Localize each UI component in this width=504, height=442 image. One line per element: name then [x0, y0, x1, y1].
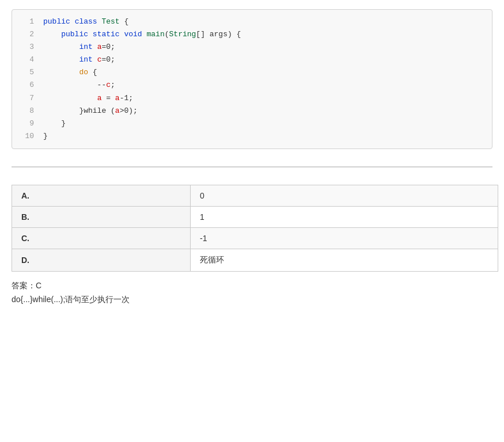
code-content: public class Test { [43, 16, 128, 28]
section-divider [12, 166, 492, 167]
code-line: 1public class Test { [12, 16, 492, 28]
line-number: 8 [18, 105, 34, 117]
option-label: C. [12, 227, 191, 249]
answer-row: C.-1 [12, 227, 498, 249]
code-line: 3 int a=0; [12, 41, 492, 54]
line-number: 5 [18, 66, 34, 79]
option-value: 1 [191, 206, 498, 227]
code-content: int a=0; [43, 41, 115, 54]
line-number: 7 [18, 92, 34, 105]
code-line: 7 a = a-1; [12, 92, 492, 105]
line-number: 1 [18, 16, 34, 28]
code-line: 4 int c=0; [12, 54, 492, 66]
option-value: -1 [191, 227, 498, 249]
line-number: 9 [18, 117, 34, 130]
answer-row: B.1 [12, 206, 498, 227]
code-content: }while (a>0); [43, 105, 138, 117]
line-number: 4 [18, 54, 34, 66]
code-line: 9 } [12, 117, 492, 130]
code-line: 10} [12, 130, 492, 143]
option-label: D. [12, 249, 191, 271]
code-content: a = a-1; [43, 92, 133, 105]
code-line: 5 do { [12, 66, 492, 79]
option-value: 0 [191, 185, 498, 206]
line-number: 3 [18, 41, 34, 54]
page-container: 1public class Test {2 public static void… [0, 0, 504, 442]
code-block: 1public class Test {2 public static void… [12, 9, 492, 149]
code-content: } [43, 130, 48, 143]
code-content: do { [43, 66, 97, 79]
answer-row: A.0 [12, 185, 498, 206]
option-label: A. [12, 185, 191, 206]
option-value: 死循环 [191, 249, 498, 271]
line-number: 2 [18, 28, 34, 41]
code-content: public static void main(String[] args) { [43, 28, 241, 41]
answer-text: 答案：C [12, 281, 492, 291]
code-content: } [43, 117, 66, 130]
answer-table: A.0B.1C.-1D.死循环 [12, 185, 498, 272]
explanation-text: do{...}while(...);语句至少执行一次 [12, 295, 492, 305]
line-number: 6 [18, 79, 34, 92]
code-line: 2 public static void main(String[] args)… [12, 28, 492, 41]
code-content: --c; [43, 79, 115, 92]
option-label: B. [12, 206, 191, 227]
code-content: int c=0; [43, 54, 115, 66]
result-section: 答案：C do{...}while(...);语句至少执行一次 [12, 281, 492, 305]
code-line: 6 --c; [12, 79, 492, 92]
answer-row: D.死循环 [12, 249, 498, 271]
line-number: 10 [18, 130, 34, 143]
code-line: 8 }while (a>0); [12, 105, 492, 117]
